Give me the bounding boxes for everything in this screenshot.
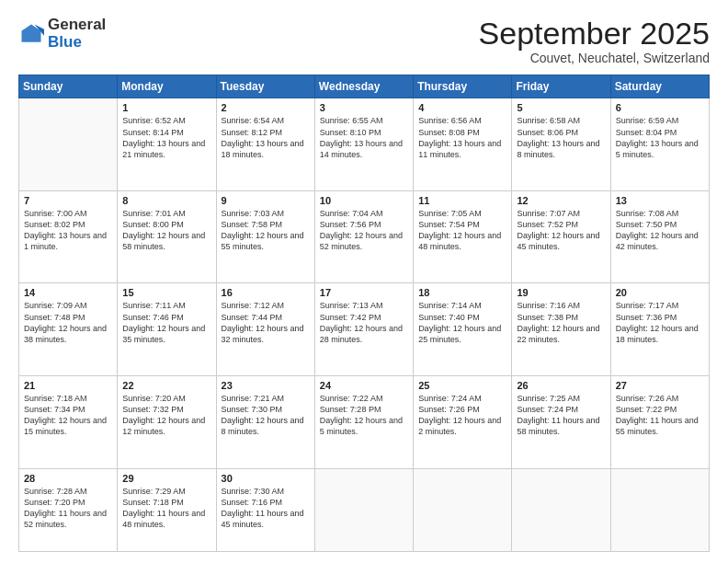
calendar-day-cell: 19Sunrise: 7:16 AM Sunset: 7:38 PM Dayli… <box>512 283 610 376</box>
calendar-day-cell: 29Sunrise: 7:29 AM Sunset: 7:18 PM Dayli… <box>118 468 216 551</box>
calendar-day-cell: 11Sunrise: 7:05 AM Sunset: 7:54 PM Dayli… <box>414 190 512 283</box>
day-info: Sunrise: 7:20 AM Sunset: 7:32 PM Dayligh… <box>122 393 210 438</box>
calendar-week-row: 7Sunrise: 7:00 AM Sunset: 8:02 PM Daylig… <box>19 190 710 283</box>
day-info: Sunrise: 7:25 AM Sunset: 7:24 PM Dayligh… <box>517 393 605 438</box>
calendar-day-cell: 24Sunrise: 7:22 AM Sunset: 7:28 PM Dayli… <box>314 375 413 468</box>
day-number: 19 <box>517 287 605 298</box>
day-number: 29 <box>122 473 210 484</box>
header: General Blue September 2025 Couvet, Neuc… <box>18 17 710 65</box>
day-info: Sunrise: 6:59 AM Sunset: 8:04 PM Dayligh… <box>616 115 704 160</box>
day-number: 28 <box>24 473 112 484</box>
day-info: Sunrise: 6:54 AM Sunset: 8:12 PM Dayligh… <box>222 115 310 160</box>
calendar-day-cell: 17Sunrise: 7:13 AM Sunset: 7:42 PM Dayli… <box>314 283 413 376</box>
header-monday: Monday <box>118 75 216 98</box>
logo-text: General Blue <box>48 17 106 51</box>
day-info: Sunrise: 7:29 AM Sunset: 7:18 PM Dayligh… <box>122 486 210 531</box>
day-number: 14 <box>24 287 112 298</box>
calendar-week-row: 14Sunrise: 7:09 AM Sunset: 7:48 PM Dayli… <box>19 283 710 376</box>
day-number: 7 <box>24 195 112 206</box>
day-number: 30 <box>222 473 310 484</box>
calendar-day-cell: 5Sunrise: 6:58 AM Sunset: 8:06 PM Daylig… <box>512 98 610 191</box>
day-number: 12 <box>517 195 605 206</box>
calendar-week-row: 21Sunrise: 7:18 AM Sunset: 7:34 PM Dayli… <box>19 375 710 468</box>
day-info: Sunrise: 7:14 AM Sunset: 7:40 PM Dayligh… <box>418 300 506 345</box>
calendar-day-cell: 26Sunrise: 7:25 AM Sunset: 7:24 PM Dayli… <box>512 375 610 468</box>
day-info: Sunrise: 7:18 AM Sunset: 7:34 PM Dayligh… <box>24 393 112 438</box>
calendar-day-cell: 28Sunrise: 7:28 AM Sunset: 7:20 PM Dayli… <box>19 468 118 551</box>
header-friday: Friday <box>512 75 610 98</box>
calendar-day-cell: 10Sunrise: 7:04 AM Sunset: 7:56 PM Dayli… <box>314 190 413 283</box>
header-wednesday: Wednesday <box>314 75 413 98</box>
calendar-day-cell: 25Sunrise: 7:24 AM Sunset: 7:26 PM Dayli… <box>414 375 512 468</box>
day-number: 16 <box>222 287 310 298</box>
day-number: 9 <box>222 195 310 206</box>
calendar-day-cell: 21Sunrise: 7:18 AM Sunset: 7:34 PM Dayli… <box>19 375 118 468</box>
day-info: Sunrise: 7:26 AM Sunset: 7:22 PM Dayligh… <box>616 393 704 438</box>
calendar-day-cell: 16Sunrise: 7:12 AM Sunset: 7:44 PM Dayli… <box>216 283 314 376</box>
calendar-day-cell: 27Sunrise: 7:26 AM Sunset: 7:22 PM Dayli… <box>610 375 709 468</box>
day-info: Sunrise: 7:00 AM Sunset: 8:02 PM Dayligh… <box>24 208 112 253</box>
day-info: Sunrise: 7:03 AM Sunset: 7:58 PM Dayligh… <box>222 208 310 253</box>
day-number: 18 <box>418 287 506 298</box>
day-info: Sunrise: 7:28 AM Sunset: 7:20 PM Dayligh… <box>24 486 112 531</box>
calendar-day-cell: 4Sunrise: 6:56 AM Sunset: 8:08 PM Daylig… <box>414 98 512 191</box>
day-number: 2 <box>222 102 310 113</box>
day-info: Sunrise: 6:55 AM Sunset: 8:10 PM Dayligh… <box>320 115 408 160</box>
day-number: 6 <box>616 102 704 113</box>
day-info: Sunrise: 7:30 AM Sunset: 7:16 PM Dayligh… <box>222 486 310 531</box>
day-number: 8 <box>122 195 210 206</box>
day-info: Sunrise: 7:11 AM Sunset: 7:46 PM Dayligh… <box>122 300 210 345</box>
calendar-day-cell: 18Sunrise: 7:14 AM Sunset: 7:40 PM Dayli… <box>414 283 512 376</box>
calendar-subtitle: Couvet, Neuchatel, Switzerland <box>479 51 710 65</box>
calendar-day-cell <box>414 468 512 551</box>
calendar-week-row: 1Sunrise: 6:52 AM Sunset: 8:14 PM Daylig… <box>19 98 710 191</box>
logo-blue-text: Blue <box>48 34 106 52</box>
day-info: Sunrise: 7:08 AM Sunset: 7:50 PM Dayligh… <box>616 208 704 253</box>
day-info: Sunrise: 7:01 AM Sunset: 8:00 PM Dayligh… <box>122 208 210 253</box>
calendar-day-cell: 8Sunrise: 7:01 AM Sunset: 8:00 PM Daylig… <box>118 190 216 283</box>
day-number: 17 <box>320 287 408 298</box>
calendar-day-cell: 3Sunrise: 6:55 AM Sunset: 8:10 PM Daylig… <box>314 98 413 191</box>
calendar-day-cell: 12Sunrise: 7:07 AM Sunset: 7:52 PM Dayli… <box>512 190 610 283</box>
day-number: 4 <box>418 102 506 113</box>
day-info: Sunrise: 7:16 AM Sunset: 7:38 PM Dayligh… <box>517 300 605 345</box>
calendar-day-cell: 13Sunrise: 7:08 AM Sunset: 7:50 PM Dayli… <box>610 190 709 283</box>
calendar-day-cell: 7Sunrise: 7:00 AM Sunset: 8:02 PM Daylig… <box>19 190 118 283</box>
weekday-header-row: Sunday Monday Tuesday Wednesday Thursday… <box>19 75 710 98</box>
day-number: 1 <box>122 102 210 113</box>
day-number: 3 <box>320 102 408 113</box>
day-info: Sunrise: 7:07 AM Sunset: 7:52 PM Dayligh… <box>517 208 605 253</box>
day-number: 26 <box>517 380 605 391</box>
day-number: 13 <box>616 195 704 206</box>
day-number: 10 <box>320 195 408 206</box>
day-info: Sunrise: 6:56 AM Sunset: 8:08 PM Dayligh… <box>418 115 506 160</box>
logo-general-text: General <box>48 17 106 34</box>
title-section: September 2025 Couvet, Neuchatel, Switze… <box>479 17 710 65</box>
day-number: 24 <box>320 380 408 391</box>
day-number: 23 <box>222 380 310 391</box>
day-info: Sunrise: 7:24 AM Sunset: 7:26 PM Dayligh… <box>418 393 506 438</box>
calendar-day-cell: 2Sunrise: 6:54 AM Sunset: 8:12 PM Daylig… <box>216 98 314 191</box>
calendar-table: Sunday Monday Tuesday Wednesday Thursday… <box>18 75 710 552</box>
calendar-day-cell: 23Sunrise: 7:21 AM Sunset: 7:30 PM Dayli… <box>216 375 314 468</box>
day-info: Sunrise: 7:05 AM Sunset: 7:54 PM Dayligh… <box>418 208 506 253</box>
logo: General Blue <box>18 17 106 51</box>
day-number: 5 <box>517 102 605 113</box>
header-sunday: Sunday <box>19 75 118 98</box>
calendar-week-row: 28Sunrise: 7:28 AM Sunset: 7:20 PM Dayli… <box>19 468 710 551</box>
day-info: Sunrise: 7:13 AM Sunset: 7:42 PM Dayligh… <box>320 300 408 345</box>
day-info: Sunrise: 6:52 AM Sunset: 8:14 PM Dayligh… <box>122 115 210 160</box>
day-number: 27 <box>616 380 704 391</box>
calendar-day-cell: 22Sunrise: 7:20 AM Sunset: 7:32 PM Dayli… <box>118 375 216 468</box>
day-number: 25 <box>418 380 506 391</box>
day-number: 11 <box>418 195 506 206</box>
day-info: Sunrise: 7:12 AM Sunset: 7:44 PM Dayligh… <box>222 300 310 345</box>
calendar-day-cell: 14Sunrise: 7:09 AM Sunset: 7:48 PM Dayli… <box>19 283 118 376</box>
day-info: Sunrise: 7:17 AM Sunset: 7:36 PM Dayligh… <box>616 300 704 345</box>
calendar-day-cell <box>512 468 610 551</box>
calendar-day-cell: 9Sunrise: 7:03 AM Sunset: 7:58 PM Daylig… <box>216 190 314 283</box>
day-number: 22 <box>122 380 210 391</box>
calendar-day-cell: 30Sunrise: 7:30 AM Sunset: 7:16 PM Dayli… <box>216 468 314 551</box>
page: General Blue September 2025 Couvet, Neuc… <box>0 0 728 563</box>
logo-icon <box>18 21 44 47</box>
